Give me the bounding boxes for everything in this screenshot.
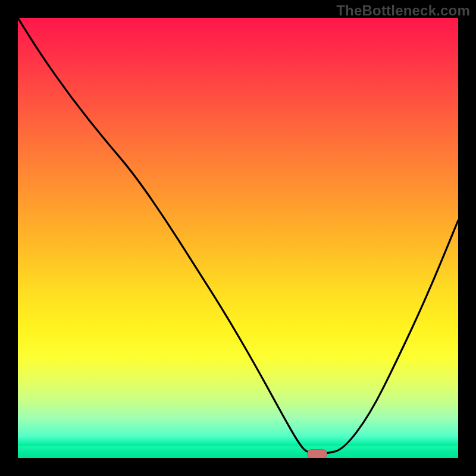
optimum-marker bbox=[307, 449, 327, 458]
watermark-text: TheBottleneck.com bbox=[336, 2, 470, 19]
chart-frame: TheBottleneck.com bbox=[0, 0, 476, 476]
curve-path bbox=[18, 18, 458, 454]
plot-area bbox=[18, 18, 458, 458]
bottleneck-curve bbox=[18, 18, 458, 458]
